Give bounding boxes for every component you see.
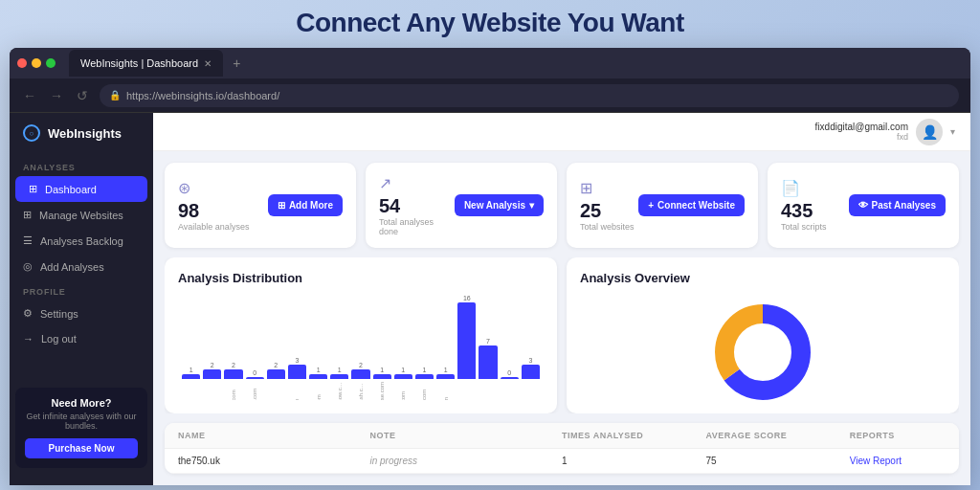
- need-more-text: Get infinite analyses with our bundles.: [25, 412, 138, 431]
- bar-rect: [182, 374, 200, 379]
- sidebar-item-dashboard[interactable]: ⊞ Dashboard: [15, 176, 147, 202]
- bar-rect: [501, 377, 519, 379]
- sidebar-logo: ○ WebInsights: [10, 124, 153, 155]
- bar-rect: [203, 369, 221, 379]
- active-tab[interactable]: WebInsights | Dashboard ✕: [69, 50, 223, 77]
- bar-label: webinsites: [464, 381, 470, 400]
- bar-item: 1taprime.com: [436, 367, 455, 400]
- minimize-dot[interactable]: [32, 58, 41, 68]
- maximize-dot[interactable]: [46, 58, 56, 68]
- scripts-stat-label: Total scripts: [781, 222, 827, 232]
- bar-rect: [309, 374, 327, 379]
- bar-value: 1: [423, 367, 427, 373]
- row-note: in progress: [370, 456, 563, 466]
- bar-label: clickadeals.com: [252, 381, 257, 400]
- browser-tab-bar: WebInsights | Dashboard ✕ +: [10, 48, 970, 78]
- bar-rect: [436, 374, 455, 379]
- bar-item: 3globallyio.io: [288, 357, 306, 400]
- sidebar-item-add-analyses[interactable]: ◎ Add Analyses: [10, 254, 153, 279]
- sidebar-item-manage-websites[interactable]: ⊞ Manage Websites: [10, 202, 153, 228]
- user-email: fixddigital@gmail.com: [815, 122, 908, 132]
- bar-chart-card: Analysis Distribution 1nx750.uk2fiddix.a…: [165, 257, 557, 413]
- bar-item: 0site15: [501, 369, 519, 400]
- stats-row: ⊛ 98 Available analyses ⊞ Add More ↗ 54: [165, 163, 959, 248]
- bar-rect: [288, 365, 306, 379]
- stat-left-analyses: ⊛ 98 Available analyses: [178, 179, 249, 232]
- user-menu-chevron[interactable]: ▾: [950, 126, 955, 137]
- bar-label: nx750.uk: [189, 381, 194, 400]
- sidebar-item-settings[interactable]: ⚙ Settings: [10, 301, 153, 326]
- sidebar-item-analyses-backlog[interactable]: ☰ Analyses Backlog: [10, 228, 153, 254]
- lock-icon: 🔒: [109, 90, 121, 100]
- new-analysis-button[interactable]: New Analysis ▾: [455, 194, 544, 216]
- stat-card-scripts: 📄 435 Total scripts 👁 Past Analyses: [768, 163, 959, 248]
- bar-item: 3site16: [522, 357, 540, 400]
- bar-item: 1HebrewClose.com: [373, 367, 391, 400]
- bar-label: fiddix.ai: [210, 381, 215, 400]
- settings-icon: ⚙: [23, 307, 33, 320]
- refresh-button[interactable]: ↺: [75, 86, 90, 105]
- back-button[interactable]: ←: [21, 86, 38, 105]
- add-more-button[interactable]: ⊞ Add More: [268, 194, 343, 216]
- tab-label: WebInsights | Dashboard: [80, 57, 198, 69]
- purchase-now-button[interactable]: Purchase Now: [25, 438, 138, 458]
- scripts-stat-icon: 📄: [781, 179, 827, 197]
- topbar: fixddigital@gmail.com fxd 👤 ▾: [153, 113, 970, 151]
- bar-rect: [246, 377, 264, 379]
- user-avatar[interactable]: 👤: [916, 119, 943, 145]
- stat-left-scripts: 📄 435 Total scripts: [781, 179, 827, 232]
- need-more-title: Need More?: [25, 397, 138, 409]
- sidebar-item-logout-label: Log out: [41, 333, 77, 345]
- bar-label: productive.com: [231, 381, 236, 400]
- user-name: fxd: [815, 132, 908, 142]
- donut-chart-card: Analysis Overview: [567, 257, 959, 413]
- app-container: ○ WebInsights ANALYSES ⊞ Dashboard ⊞ Man…: [10, 113, 970, 485]
- past-analyses-button[interactable]: 👁 Past Analyses: [849, 194, 946, 216]
- bar-rect: [457, 302, 476, 379]
- donut-container: [580, 295, 946, 410]
- bar-item: 2productive.com: [224, 362, 242, 400]
- url-text: https://webinsights.io/dashboard/: [126, 90, 279, 101]
- websites-stat-number: 25: [580, 201, 635, 220]
- hero-title: Connect Any Website You Want: [0, 8, 980, 38]
- url-bar[interactable]: 🔒 https://webinsights.io/dashboard/: [100, 84, 959, 107]
- bar-item: 2fiddix.ai: [203, 362, 221, 400]
- done-stat-label: Total analyses done: [379, 217, 455, 236]
- logout-icon: →: [23, 333, 33, 345]
- forward-button[interactable]: →: [48, 86, 65, 105]
- bar-label: HebrewClose.com: [379, 381, 385, 400]
- new-tab-button[interactable]: +: [233, 56, 240, 71]
- bar-value: 0: [253, 369, 256, 376]
- sidebar-item-settings-label: Settings: [40, 308, 78, 320]
- new-analysis-label: New Analysis: [464, 200, 525, 211]
- bar-rect: [415, 374, 434, 379]
- past-analyses-icon: 👁: [858, 200, 868, 211]
- sidebar-item-logout[interactable]: → Log out: [10, 326, 153, 351]
- stat-card-analyses: ⊛ 98 Available analyses ⊞ Add More: [165, 163, 356, 248]
- add-analyses-icon: ◎: [23, 260, 33, 273]
- bar-rect: [351, 369, 369, 379]
- backlog-icon: ☰: [23, 234, 33, 247]
- row-name: the750.uk: [178, 456, 370, 466]
- need-more-card: Need More? Get infinite analyses with ou…: [15, 388, 147, 468]
- row-report-link[interactable]: View Report: [850, 456, 946, 466]
- charts-row: Analysis Distribution 1nx750.uk2fiddix.a…: [165, 257, 959, 413]
- donut-chart-title: Analysis Overview: [580, 271, 946, 285]
- bar-item: 1myproxiesnow.com: [330, 367, 348, 400]
- bar-item: 1nx750.uk: [182, 367, 200, 400]
- tab-close-button[interactable]: ✕: [204, 58, 212, 69]
- bar-rect: [267, 369, 285, 379]
- bar-value: 2: [274, 362, 278, 368]
- bar-rect: [224, 369, 242, 379]
- scripts-stat-number: 435: [781, 201, 827, 220]
- close-dot[interactable]: [17, 58, 27, 68]
- analyses-stat-label: Available analyses: [178, 222, 249, 232]
- main-content: fixddigital@gmail.com fxd 👤 ▾ ⊛ 98 Avail…: [153, 113, 970, 485]
- websites-stat-label: Total websites: [580, 222, 635, 232]
- user-info: fixddigital@gmail.com fxd 👤 ▾: [815, 119, 955, 145]
- bar-value: 1: [444, 367, 448, 373]
- donut-chart-svg: [705, 295, 820, 410]
- bar-value: 3: [295, 357, 299, 364]
- bar-value: 2: [232, 362, 235, 368]
- connect-website-button[interactable]: + Connect Website: [638, 194, 745, 216]
